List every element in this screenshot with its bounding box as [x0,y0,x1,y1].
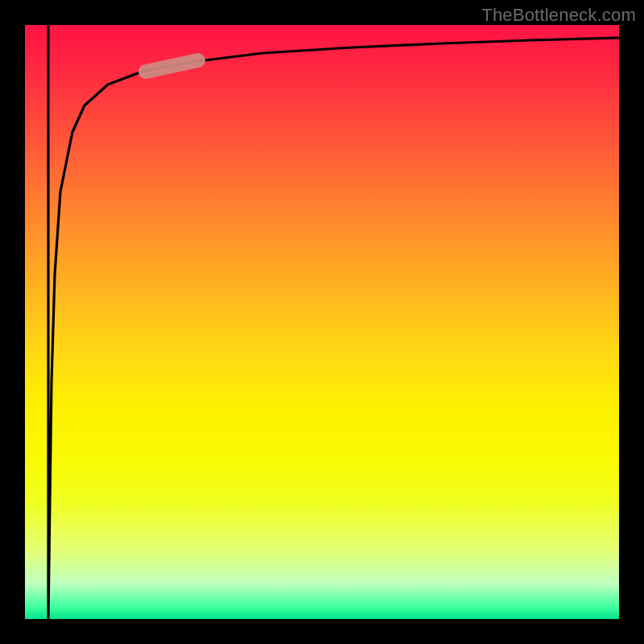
watermark-text: TheBottleneck.com [481,5,636,26]
highlight-pill [146,60,198,72]
chart-svg [25,25,619,619]
chart-root: TheBottleneck.com [0,0,644,644]
curve-path [48,25,619,619]
